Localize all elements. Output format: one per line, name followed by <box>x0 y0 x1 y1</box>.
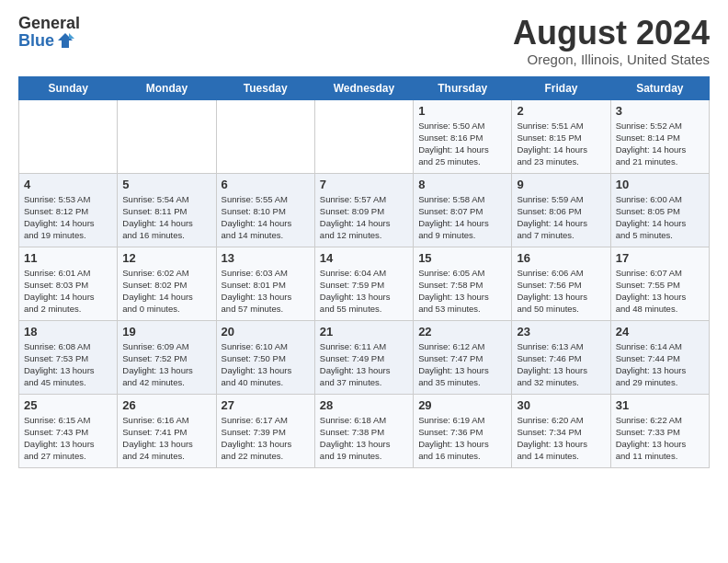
title-block: August 2024 Oregon, Illinois, United Sta… <box>513 15 710 67</box>
cell-info-line: and 23 minutes. <box>517 155 605 167</box>
cell-info-line: and 50 minutes. <box>517 303 605 315</box>
cell-info-line: Sunset: 7:47 PM <box>418 352 506 364</box>
calendar-cell: 21Sunrise: 6:11 AMSunset: 7:49 PMDayligh… <box>314 320 413 394</box>
day-number: 20 <box>222 325 310 339</box>
cell-info-line: Daylight: 13 hours <box>616 438 704 450</box>
day-number: 23 <box>517 325 605 339</box>
day-number: 9 <box>517 178 605 191</box>
calendar-cell: 16Sunrise: 6:06 AMSunset: 7:56 PMDayligh… <box>512 247 610 320</box>
cell-info-line: Sunrise: 6:01 AM <box>24 267 112 279</box>
day-header-saturday: Saturday <box>610 76 709 99</box>
calendar-cell: 22Sunrise: 6:12 AMSunset: 7:47 PMDayligh… <box>414 320 512 394</box>
cell-info-line: Daylight: 14 hours <box>122 217 210 229</box>
cell-info-line: Daylight: 13 hours <box>517 364 605 376</box>
day-header-friday: Friday <box>512 76 610 99</box>
cell-info-line: Sunrise: 6:19 AM <box>418 414 506 426</box>
day-number: 6 <box>222 178 310 191</box>
day-header-wednesday: Wednesday <box>314 76 413 99</box>
cell-info-line: Sunrise: 6:18 AM <box>320 414 408 426</box>
calendar-cell: 7Sunrise: 5:57 AMSunset: 8:09 PMDaylight… <box>314 173 413 247</box>
calendar-cell: 30Sunrise: 6:20 AMSunset: 7:34 PMDayligh… <box>512 394 610 467</box>
cell-info-line: Sunset: 7:49 PM <box>320 352 408 364</box>
calendar-cell: 20Sunrise: 6:10 AMSunset: 7:50 PMDayligh… <box>216 320 314 394</box>
calendar-cell: 9Sunrise: 5:59 AMSunset: 8:06 PMDaylight… <box>512 173 610 247</box>
cell-info-line: and 12 minutes. <box>320 229 408 241</box>
cell-info-line: and 25 minutes. <box>418 155 506 167</box>
day-number: 25 <box>24 398 112 412</box>
logo: General Blue <box>18 15 80 50</box>
cell-info-line: Daylight: 14 hours <box>24 291 112 303</box>
cell-info-line: and 37 minutes. <box>320 376 408 388</box>
day-number: 21 <box>320 325 408 339</box>
calendar-cell <box>314 99 413 173</box>
day-number: 19 <box>122 325 210 339</box>
cell-info-line: Sunrise: 6:04 AM <box>320 267 408 279</box>
day-number: 18 <box>24 325 112 339</box>
cell-info-line: Sunset: 7:50 PM <box>222 352 310 364</box>
day-number: 4 <box>24 178 112 191</box>
day-number: 8 <box>418 178 506 191</box>
cell-info-line: Daylight: 13 hours <box>122 364 210 376</box>
cell-info-line: and 14 minutes. <box>222 229 310 241</box>
day-number: 15 <box>418 251 506 265</box>
cell-info-line: Daylight: 14 hours <box>616 217 704 229</box>
day-number: 10 <box>616 178 704 191</box>
cell-info-line: Sunset: 8:01 PM <box>222 279 310 291</box>
calendar-cell: 29Sunrise: 6:19 AMSunset: 7:36 PMDayligh… <box>414 394 512 467</box>
logo-icon <box>56 31 74 50</box>
calendar-cell: 25Sunrise: 6:15 AMSunset: 7:43 PMDayligh… <box>19 394 118 467</box>
calendar-cell: 10Sunrise: 6:00 AMSunset: 8:05 PMDayligh… <box>610 173 709 247</box>
cell-info-line: Sunset: 8:11 PM <box>122 205 210 217</box>
cell-info-line: Sunset: 7:56 PM <box>517 279 605 291</box>
cell-info-line: Sunrise: 6:11 AM <box>320 340 408 352</box>
main-title: August 2024 <box>513 15 710 52</box>
cell-info-line: Sunset: 7:34 PM <box>517 426 605 438</box>
calendar-cell <box>216 99 314 173</box>
day-number: 16 <box>517 251 605 265</box>
calendar-cell: 3Sunrise: 5:52 AMSunset: 8:14 PMDaylight… <box>610 99 709 173</box>
cell-info-line: Sunrise: 6:06 AM <box>517 267 605 279</box>
cell-info-line: Daylight: 13 hours <box>616 291 704 303</box>
calendar-cell: 2Sunrise: 5:51 AMSunset: 8:15 PMDaylight… <box>512 99 610 173</box>
cell-info-line: Sunrise: 5:55 AM <box>222 193 310 205</box>
day-number: 27 <box>222 398 310 412</box>
cell-info-line: Sunrise: 5:53 AM <box>24 193 112 205</box>
cell-info-line: Daylight: 13 hours <box>24 438 112 450</box>
cell-info-line: Sunrise: 5:52 AM <box>616 120 704 132</box>
calendar-cell: 24Sunrise: 6:14 AMSunset: 7:44 PMDayligh… <box>610 320 709 394</box>
cell-info-line: Sunrise: 5:57 AM <box>320 193 408 205</box>
cell-info-line: Sunset: 8:06 PM <box>517 205 605 217</box>
cell-info-line: and 14 minutes. <box>517 450 605 462</box>
subtitle: Oregon, Illinois, United States <box>513 52 710 67</box>
cell-info-line: Sunrise: 6:14 AM <box>616 340 704 352</box>
calendar-cell: 28Sunrise: 6:18 AMSunset: 7:38 PMDayligh… <box>314 394 413 467</box>
cell-info-line: and 7 minutes. <box>517 229 605 241</box>
cell-info-line: Daylight: 14 hours <box>418 144 506 155</box>
calendar-cell: 12Sunrise: 6:02 AMSunset: 8:02 PMDayligh… <box>118 247 216 320</box>
cell-info-line: Daylight: 13 hours <box>320 291 408 303</box>
cell-info-line: and 42 minutes. <box>122 376 210 388</box>
cell-info-line: and 27 minutes. <box>24 450 112 462</box>
cell-info-line: Sunrise: 6:02 AM <box>122 267 210 279</box>
cell-info-line: and 29 minutes. <box>616 376 704 388</box>
day-number: 30 <box>517 398 605 412</box>
cell-info-line: Sunset: 8:16 PM <box>418 132 506 144</box>
cell-info-line: and 16 minutes. <box>418 450 506 462</box>
cell-info-line: Daylight: 14 hours <box>24 217 112 229</box>
cell-info-line: and 45 minutes. <box>24 376 112 388</box>
cell-info-line: Sunrise: 5:51 AM <box>517 120 605 132</box>
calendar-cell: 8Sunrise: 5:58 AMSunset: 8:07 PMDaylight… <box>414 173 512 247</box>
cell-info-line: Daylight: 14 hours <box>418 217 506 229</box>
cell-info-line: Daylight: 13 hours <box>616 364 704 376</box>
cell-info-line: Daylight: 14 hours <box>616 144 704 155</box>
day-number: 11 <box>24 251 112 265</box>
cell-info-line: Daylight: 13 hours <box>418 364 506 376</box>
cell-info-line: Sunset: 7:38 PM <box>320 426 408 438</box>
day-number: 28 <box>320 398 408 412</box>
calendar-cell: 18Sunrise: 6:08 AMSunset: 7:53 PMDayligh… <box>19 320 118 394</box>
cell-info-line: and 19 minutes. <box>320 450 408 462</box>
calendar-cell: 13Sunrise: 6:03 AMSunset: 8:01 PMDayligh… <box>216 247 314 320</box>
cell-info-line: Sunset: 7:41 PM <box>122 426 210 438</box>
cell-info-line: Sunrise: 6:10 AM <box>222 340 310 352</box>
calendar-cell: 5Sunrise: 5:54 AMSunset: 8:11 PMDaylight… <box>118 173 216 247</box>
